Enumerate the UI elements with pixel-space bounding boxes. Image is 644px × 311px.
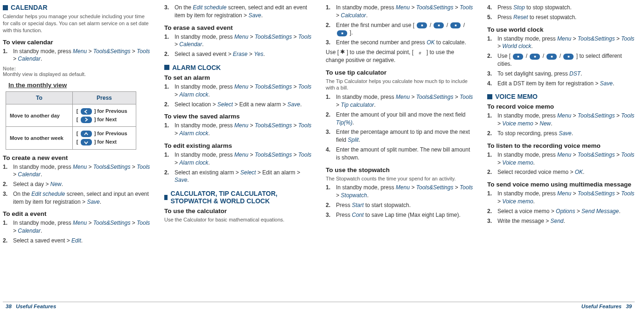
menu-term: Tools&Settings xyxy=(255,83,292,90)
calc-steps: In standby mode, press Menu > Tools&Sett… xyxy=(326,4,473,47)
rec-steps: In standby mode, press Menu > Tools&Sett… xyxy=(487,112,635,137)
footer-title-left: Useful Features xyxy=(16,304,56,309)
view-step: In standby mode, press Menu > Tools&Sett… xyxy=(13,48,150,63)
list-item: On the Edit schedule screen, select and … xyxy=(13,190,150,206)
nav-key-icon xyxy=(546,54,557,60)
menu-term: Tools xyxy=(460,4,473,11)
list-item: Select an existing alarm > Select > Edit… xyxy=(175,169,312,185)
calendar-intro: Calendar helps you manage your schedule … xyxy=(3,13,150,34)
text-fragment: . xyxy=(81,237,83,244)
menu-term: Tools xyxy=(460,94,473,100)
text-fragment: to start stopwatch. xyxy=(364,202,411,208)
view-saved-steps: In standby mode, press Menu > Tools&Sett… xyxy=(164,122,312,138)
text-fragment: . xyxy=(359,137,360,143)
text-fragment: > xyxy=(497,120,502,127)
svg-rect-7 xyxy=(568,55,570,57)
text-fragment: > xyxy=(336,192,341,199)
menu-term: Yes xyxy=(254,51,263,57)
voice-heading: VOICE MEMO xyxy=(487,93,635,100)
column-1: CALENDAR Calendar helps you manage your … xyxy=(3,4,150,299)
menu-term: Tools xyxy=(621,112,634,119)
text-fragment: Edit a DST item by item for registration… xyxy=(497,80,600,87)
edit-exist-head: To edit existing alarms xyxy=(164,142,312,149)
text-fragment: Select recorded voice memo > xyxy=(497,169,575,175)
text-fragment: > xyxy=(615,35,621,42)
menu-term: Menu xyxy=(73,164,87,170)
nav-key-icon xyxy=(450,22,461,28)
menu-term: Erase xyxy=(233,51,247,57)
menu-term: Save xyxy=(87,199,99,205)
stop-intro: The Stopwatch counts the time your spend… xyxy=(326,175,473,182)
text-fragment: > xyxy=(336,102,341,108)
footer-title-right: Useful Features xyxy=(581,304,622,309)
menu-term: Select xyxy=(240,169,256,176)
text-fragment: > xyxy=(87,48,93,55)
list-item: To set daylight saving, press DST. xyxy=(497,70,635,78)
menu-term: Calculator xyxy=(341,12,366,19)
text-fragment: . xyxy=(41,228,42,234)
text-fragment: . xyxy=(208,91,210,98)
text-fragment: In standby mode, press xyxy=(497,112,557,119)
text-fragment: Press xyxy=(336,212,352,218)
world-head: To use world clock xyxy=(487,26,635,33)
text-fragment: Select a saved event > xyxy=(175,51,233,57)
menu-term: New xyxy=(539,120,551,127)
text-fragment: Select location > xyxy=(175,101,217,108)
edit-event-head: To edit a event xyxy=(3,210,150,217)
text-fragment: > xyxy=(292,122,298,129)
text-fragment: / xyxy=(445,22,449,28)
menu-term: OK xyxy=(427,39,434,46)
text-fragment: / xyxy=(428,22,433,28)
menu-term: Tools xyxy=(621,152,634,158)
erase-steps: In standby mode, press Menu > Tools&Sett… xyxy=(164,33,312,58)
menu-term: Edit schedule xyxy=(193,4,226,11)
list-item: In standby mode, press Menu > Tools&Sett… xyxy=(497,112,635,128)
nav-key-icon xyxy=(434,22,444,28)
text-fragment: Press xyxy=(497,14,513,21)
text-fragment: > xyxy=(410,184,416,191)
menu-term: Voice memo xyxy=(502,198,533,205)
list-item: In standby mode, press Menu > Tools&Sett… xyxy=(175,151,312,167)
menu-term: Calendar xyxy=(179,41,202,48)
page-right: 39 xyxy=(626,304,632,309)
menu-term: Alarm clock xyxy=(179,159,208,166)
calc-intro: Use the Calculator for basic mathematica… xyxy=(164,216,312,223)
text-fragment: . xyxy=(581,70,582,77)
calc-heading: CALCULATOR, TIP CALCULATOR, STOPWATCH & … xyxy=(164,190,312,205)
svg-rect-1 xyxy=(438,25,440,27)
list-item: In standby mode, press Menu > Tools&Sett… xyxy=(497,190,635,206)
asterisk-icon: ✱ xyxy=(340,48,345,55)
menu-term: Reset xyxy=(513,14,528,21)
list-item: Select location > Select > Edit a new al… xyxy=(175,101,312,109)
menu-term: Menu xyxy=(557,35,571,42)
text-fragment: On the xyxy=(175,4,193,11)
list-item: In standby mode, press Menu > Tools&Sett… xyxy=(13,163,150,179)
row-to: Move to another week xyxy=(6,127,73,149)
stop-cont-steps: Press Stop to stop stopwatch.Press Reset… xyxy=(487,4,635,21)
menu-term: Stop xyxy=(513,4,525,11)
tip-intro: The Tip Calculator helps you calculate h… xyxy=(326,78,473,92)
menu-term: OK xyxy=(575,169,583,175)
menu-term: DST xyxy=(569,70,581,77)
text-fragment: > xyxy=(453,184,460,191)
menu-term: Tools&Settings xyxy=(416,94,454,100)
list-item: In standby mode, press Menu > Tools&Sett… xyxy=(336,93,473,109)
text-fragment: In standby mode, press xyxy=(497,35,557,42)
menu-term: Edit xyxy=(71,237,81,244)
world-steps: In standby mode, press Menu > Tools&Sett… xyxy=(487,35,635,88)
text-fragment: Use [ xyxy=(326,49,340,55)
menu-term: Voice memo xyxy=(502,159,533,166)
text-fragment: . xyxy=(352,119,354,126)
text-fragment: In standby mode, press xyxy=(175,83,234,90)
th-press: Press xyxy=(72,92,136,104)
text-fragment: > xyxy=(292,34,298,40)
text-fragment: Press xyxy=(336,202,352,208)
nav-key-icon xyxy=(417,22,427,28)
menu-term: Tools xyxy=(460,184,473,191)
text-fragment: Use [ xyxy=(497,53,512,59)
row-to: Move to another day xyxy=(6,104,73,127)
column-4: Press Stop to stop stopwatch.Press Reset… xyxy=(487,4,635,299)
text-fragment: > xyxy=(248,83,255,90)
square-icon xyxy=(3,5,8,10)
nav-key-icon xyxy=(337,30,347,36)
